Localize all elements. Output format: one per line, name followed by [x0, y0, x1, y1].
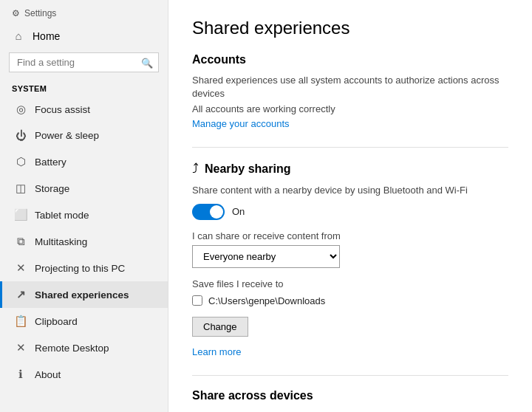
accounts-status: All accounts are working correctly [192, 103, 508, 114]
sidebar-item-focus-assist[interactable]: ◎ Focus assist [0, 96, 168, 123]
nearby-toggle-knob [210, 205, 223, 219]
divider-2 [192, 375, 508, 376]
accounts-section: Accounts Shared experiences use all syst… [192, 53, 508, 129]
save-path-value: C:\Users\genpe\Downloads [208, 295, 325, 306]
manage-accounts-link[interactable]: Manage your accounts [192, 118, 290, 129]
accounts-heading: Accounts [192, 53, 508, 66]
home-icon: ⌂ [12, 30, 25, 42]
dropdown-description: I can share or receive content from [192, 230, 508, 241]
share-across-section: Share across devices Let apps on other d… [192, 389, 508, 412]
sidebar-item-storage[interactable]: ◫ Storage [0, 175, 168, 202]
save-files-label: Save files I receive to [192, 278, 508, 289]
save-path-row: C:\Users\genpe\Downloads [192, 295, 508, 306]
change-button[interactable]: Change [192, 317, 248, 337]
save-path-checkbox[interactable] [192, 295, 202, 306]
learn-more-row: Learn more [192, 346, 508, 357]
sidebar: ⚙ Settings ⌂ Home 🔍 System ◎ Focus assis… [0, 0, 168, 412]
sidebar-item-about[interactable]: ℹ About [0, 361, 168, 388]
about-icon: ℹ [14, 368, 27, 381]
nearby-section: ⤴ Nearby sharing Share content with a ne… [192, 161, 508, 357]
nearby-heading-row: ⤴ Nearby sharing [192, 161, 508, 176]
sidebar-settings-title: ⚙ Settings [0, 0, 168, 24]
sidebar-item-multitasking[interactable]: ⧉ Multitasking [0, 228, 168, 255]
sidebar-item-power-sleep[interactable]: ⏻ Power & sleep [0, 123, 168, 148]
save-files-section: Save files I receive to C:\Users\genpe\D… [192, 278, 508, 337]
power-icon: ⏻ [14, 129, 27, 142]
tablet-icon: ⬜ [14, 208, 27, 222]
clipboard-icon: 📋 [14, 315, 27, 328]
sidebar-search-container: 🔍 [9, 52, 159, 72]
nearby-share-icon: ⤴ [192, 161, 199, 176]
battery-icon: ⬡ [14, 155, 27, 168]
sidebar-item-remote-desktop[interactable]: ✕ Remote Desktop [0, 334, 168, 361]
learn-more-link[interactable]: Learn more [192, 346, 241, 357]
accounts-description: Shared experiences use all system accoun… [192, 74, 508, 100]
focus-assist-icon: ◎ [14, 103, 27, 116]
multitask-icon: ⧉ [14, 235, 27, 248]
share-across-description: Let apps on other devices (including lin… [192, 410, 508, 412]
search-icon: 🔍 [141, 57, 153, 68]
project-icon: ✕ [14, 261, 27, 275]
sidebar-item-home[interactable]: ⌂ Home [0, 24, 168, 48]
settings-gear-icon: ⚙ [12, 8, 20, 18]
storage-icon: ◫ [14, 182, 27, 195]
system-section-label: System [0, 77, 168, 96]
sidebar-item-shared-experiences[interactable]: ↗ Shared experiences [0, 281, 168, 308]
search-input[interactable] [9, 52, 159, 72]
remote-desktop-icon: ✕ [14, 341, 27, 354]
nearby-toggle-label: On [232, 206, 245, 217]
dropdown-section: I can share or receive content from Ever… [192, 230, 508, 268]
sidebar-item-clipboard[interactable]: 📋 Clipboard [0, 308, 168, 334]
sidebar-item-battery[interactable]: ⬡ Battery [0, 148, 168, 175]
share-across-heading: Share across devices [192, 389, 508, 402]
nearby-heading: Nearby sharing [205, 162, 290, 176]
sidebar-item-projecting[interactable]: ✕ Projecting to this PC [0, 255, 168, 281]
page-title: Shared experiences [192, 18, 508, 38]
main-content: Shared experiences Accounts Shared exper… [168, 0, 532, 412]
share-from-dropdown[interactable]: Everyone nearby My devices only [192, 245, 340, 268]
nearby-toggle[interactable] [192, 204, 225, 220]
sidebar-item-tablet-mode[interactable]: ⬜ Tablet mode [0, 202, 168, 228]
shared-icon: ↗ [14, 288, 27, 301]
nearby-toggle-row: On [192, 204, 508, 220]
divider-1 [192, 147, 508, 148]
nearby-description: Share content with a nearby device by us… [192, 184, 508, 197]
